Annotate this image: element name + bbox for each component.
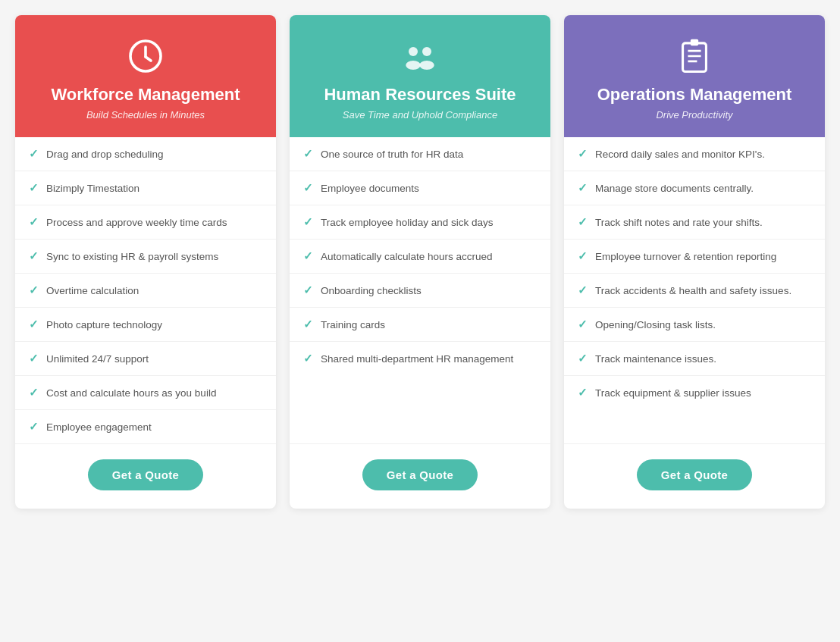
feature-item: ✓Overtime calculation — [15, 274, 276, 308]
feature-text: Employee turnover & retention reporting — [595, 251, 776, 262]
card-operations: Operations ManagementDrive Productivity✓… — [564, 15, 825, 509]
feature-item: ✓Photo capture technology — [15, 308, 276, 342]
clock-icon — [126, 36, 165, 76]
check-icon: ✓ — [29, 318, 39, 331]
feature-item: ✓Unlimited 24/7 support — [15, 342, 276, 376]
feature-list: ✓Record daily sales and monitor KPI's.✓M… — [564, 137, 825, 443]
check-icon: ✓ — [29, 283, 39, 297]
check-icon: ✓ — [29, 352, 39, 365]
feature-item: ✓Employee documents — [290, 171, 550, 205]
check-icon: ✓ — [29, 215, 39, 229]
feature-item: ✓Shared multi-department HR management — [290, 342, 550, 375]
feature-item: ✓Bizimply Timestation — [15, 171, 276, 205]
feature-text: Overtime calculation — [46, 285, 139, 296]
group-icon — [400, 36, 440, 76]
feature-item: ✓Onboarding checklists — [290, 274, 550, 308]
card-footer: Get a Quote — [290, 443, 550, 509]
feature-text: Photo capture technology — [46, 319, 162, 330]
svg-point-6 — [419, 61, 434, 70]
feature-text: Shared multi-department HR management — [321, 353, 513, 365]
feature-text: Bizimply Timestation — [46, 183, 139, 194]
feature-text: Employee engagement — [46, 421, 152, 433]
check-icon: ✓ — [578, 283, 588, 297]
feature-text: Record daily sales and monitor KPI's. — [595, 149, 765, 160]
feature-list: ✓Drag and drop scheduling✓Bizimply Times… — [15, 137, 276, 443]
check-icon: ✓ — [303, 147, 313, 161]
card-header-hr: Human Resources SuiteSave Time and Uphol… — [290, 15, 550, 137]
svg-point-3 — [409, 47, 418, 56]
pricing-container: Workforce ManagementBuild Schedules in M… — [15, 15, 825, 509]
feature-item: ✓Process and approve weekly time cards — [15, 205, 276, 240]
get-quote-button[interactable]: Get a Quote — [637, 459, 752, 490]
check-icon: ✓ — [578, 386, 588, 399]
card-subtitle: Drive Productivity — [656, 109, 732, 121]
card-subtitle: Build Schedules in Minutes — [86, 109, 205, 121]
svg-point-5 — [422, 47, 431, 56]
card-header-workforce: Workforce ManagementBuild Schedules in M… — [15, 15, 276, 137]
feature-text: Sync to existing HR & payroll systems — [46, 251, 218, 262]
check-icon: ✓ — [303, 352, 313, 365]
check-icon: ✓ — [303, 215, 313, 229]
feature-item: ✓Sync to existing HR & payroll systems — [15, 240, 276, 274]
feature-text: Employee documents — [321, 183, 419, 194]
feature-text: Track equipment & supplier issues — [595, 387, 751, 399]
check-icon: ✓ — [303, 318, 313, 331]
check-icon: ✓ — [578, 352, 588, 365]
feature-text: Opening/Closing task lists. — [595, 319, 716, 330]
check-icon: ✓ — [29, 386, 39, 399]
check-icon: ✓ — [29, 420, 39, 434]
clipboard-icon — [675, 36, 714, 76]
get-quote-button[interactable]: Get a Quote — [88, 459, 203, 490]
feature-text: One source of truth for HR data — [321, 149, 463, 160]
card-footer: Get a Quote — [564, 443, 825, 509]
card-title: Operations Management — [597, 85, 792, 105]
feature-text: Drag and drop scheduling — [46, 149, 164, 160]
check-icon: ✓ — [578, 318, 588, 331]
card-header-operations: Operations ManagementDrive Productivity — [564, 15, 825, 137]
card-footer: Get a Quote — [15, 443, 276, 509]
feature-item: ✓Track shift notes and rate your shifts. — [564, 205, 825, 240]
feature-item: ✓Track equipment & supplier issues — [564, 376, 825, 409]
card-title: Workforce Management — [52, 85, 240, 105]
feature-item: ✓Track accidents & health and safety iss… — [564, 274, 825, 308]
card-hr: Human Resources SuiteSave Time and Uphol… — [290, 15, 550, 509]
feature-item: ✓Drag and drop scheduling — [15, 137, 276, 171]
feature-item: ✓Employee engagement — [15, 410, 276, 443]
check-icon: ✓ — [29, 147, 39, 161]
check-icon: ✓ — [578, 181, 588, 195]
feature-item: ✓Cost and calculate hours as you build — [15, 376, 276, 410]
svg-rect-7 — [683, 43, 707, 72]
check-icon: ✓ — [29, 181, 39, 195]
card-subtitle: Save Time and Uphold Compliance — [343, 109, 497, 121]
feature-text: Track accidents & health and safety issu… — [595, 285, 791, 296]
svg-rect-8 — [691, 39, 698, 46]
feature-item: ✓Opening/Closing task lists. — [564, 308, 825, 342]
check-icon: ✓ — [303, 249, 313, 263]
get-quote-button[interactable]: Get a Quote — [362, 459, 478, 490]
feature-list: ✓One source of truth for HR data✓Employe… — [290, 137, 550, 443]
feature-item: ✓Record daily sales and monitor KPI's. — [564, 137, 825, 171]
feature-item: ✓Manage store documents centrally. — [564, 171, 825, 205]
card-title: Human Resources Suite — [324, 85, 516, 105]
feature-text: Track maintenance issues. — [595, 353, 716, 365]
feature-item: ✓Track employee holiday and sick days — [290, 205, 550, 240]
feature-item: ✓One source of truth for HR data — [290, 137, 550, 171]
check-icon: ✓ — [29, 249, 39, 263]
feature-item: ✓Employee turnover & retention reporting — [564, 240, 825, 274]
check-icon: ✓ — [578, 215, 588, 229]
svg-point-4 — [406, 61, 421, 70]
check-icon: ✓ — [578, 249, 588, 263]
feature-text: Process and approve weekly time cards — [46, 217, 227, 228]
feature-item: ✓Track maintenance issues. — [564, 342, 825, 376]
feature-text: Unlimited 24/7 support — [46, 353, 149, 365]
feature-text: Automatically calculate hours accrued — [321, 251, 493, 262]
feature-text: Cost and calculate hours as you build — [46, 387, 216, 399]
feature-text: Onboarding checklists — [321, 285, 422, 296]
check-icon: ✓ — [578, 147, 588, 161]
check-icon: ✓ — [303, 283, 313, 297]
feature-item: ✓Training cards — [290, 308, 550, 342]
feature-text: Track employee holiday and sick days — [321, 217, 494, 228]
feature-text: Manage store documents centrally. — [595, 183, 754, 194]
card-workforce: Workforce ManagementBuild Schedules in M… — [15, 15, 276, 509]
feature-item: ✓Automatically calculate hours accrued — [290, 240, 550, 274]
